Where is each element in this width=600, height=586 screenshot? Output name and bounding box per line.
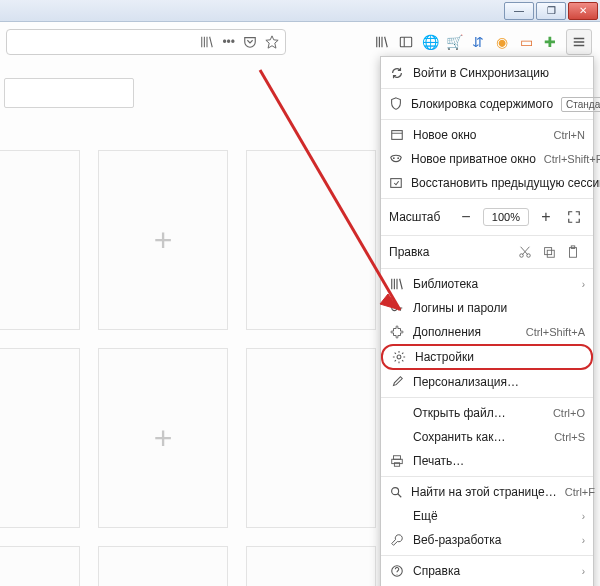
menu-sync[interactable]: Войти в Синхронизацию bbox=[381, 61, 593, 85]
zoom-in-button[interactable]: + bbox=[535, 206, 557, 228]
gear-icon bbox=[391, 350, 407, 364]
paste-button[interactable] bbox=[561, 245, 585, 259]
menu-new-window[interactable]: Новое окно Ctrl+N bbox=[381, 123, 593, 147]
svg-rect-15 bbox=[394, 456, 401, 460]
menu-shortcut: Ctrl+F bbox=[565, 486, 595, 498]
window-titlebar: — ❐ ✕ bbox=[0, 0, 600, 22]
toolbar-row: ••• 🌐 🛒 ⇵ ◉ ▭ ✚ bbox=[0, 26, 600, 58]
menu-label: Справка bbox=[413, 564, 574, 578]
menu-content-blocking[interactable]: Блокировка содержимого Стандартная bbox=[381, 92, 593, 116]
menu-library[interactable]: Библиотека › bbox=[381, 272, 593, 296]
menu-help[interactable]: Справка › bbox=[381, 559, 593, 583]
menu-label: Настройки bbox=[415, 350, 583, 364]
sync-icon bbox=[389, 66, 405, 80]
top-site-tile[interactable] bbox=[246, 348, 376, 528]
chevron-right-icon: › bbox=[582, 511, 585, 522]
top-site-tile[interactable]: + bbox=[98, 150, 228, 330]
menu-label: Блокировка содержимого bbox=[411, 97, 553, 111]
menu-save-as[interactable]: Сохранить как… Ctrl+S bbox=[381, 425, 593, 449]
window-minimize-button[interactable]: — bbox=[504, 2, 534, 20]
menu-label: Логины и пароли bbox=[413, 301, 585, 315]
menu-customize[interactable]: Персонализация… bbox=[381, 370, 593, 394]
puzzle-icon bbox=[389, 325, 405, 339]
menu-shortcut: Ctrl+O bbox=[553, 407, 585, 419]
menu-settings[interactable]: Настройки bbox=[381, 344, 593, 370]
menu-label: Открыть файл… bbox=[413, 406, 545, 420]
menu-private-window[interactable]: Новое приватное окно Ctrl+Shift+P bbox=[381, 147, 593, 171]
chevron-right-icon: › bbox=[582, 566, 585, 577]
menu-label: Библиотека bbox=[413, 277, 574, 291]
print-icon bbox=[389, 454, 405, 468]
window-close-button[interactable]: ✕ bbox=[568, 2, 598, 20]
page-actions-icon[interactable]: ••• bbox=[222, 35, 235, 49]
menu-label: Печать… bbox=[413, 454, 585, 468]
wrench-icon bbox=[389, 533, 405, 547]
svg-rect-6 bbox=[391, 179, 402, 188]
menu-label: Войти в Синхронизацию bbox=[413, 66, 585, 80]
ext-circle-icon[interactable]: ◉ bbox=[494, 34, 510, 50]
menu-label: Сохранить как… bbox=[413, 430, 546, 444]
search-input[interactable] bbox=[4, 78, 134, 108]
copy-button[interactable] bbox=[537, 245, 561, 259]
zoom-out-button[interactable]: − bbox=[455, 206, 477, 228]
svg-rect-11 bbox=[570, 248, 577, 258]
top-site-tile[interactable] bbox=[0, 546, 80, 586]
plus-icon: + bbox=[154, 222, 173, 259]
menu-label: Веб-разработка bbox=[413, 533, 574, 547]
menu-find[interactable]: Найти на этой странице… Ctrl+F bbox=[381, 480, 593, 504]
menu-restore-session[interactable]: Восстановить предыдущую сессию bbox=[381, 171, 593, 195]
menu-shortcut: Ctrl+S bbox=[554, 431, 585, 443]
menu-label: Новое приватное окно bbox=[411, 152, 536, 166]
svg-point-5 bbox=[397, 157, 399, 159]
menu-webdev[interactable]: Веб-разработка › bbox=[381, 528, 593, 552]
extension-icons: 🌐 🛒 ⇵ ◉ ▭ ✚ bbox=[374, 29, 594, 55]
menu-more[interactable]: Ещё › bbox=[381, 504, 593, 528]
library-icon bbox=[389, 277, 405, 291]
library-toolbar-icon[interactable] bbox=[374, 34, 390, 50]
address-bar[interactable]: ••• bbox=[6, 29, 286, 55]
top-site-tile[interactable] bbox=[0, 150, 80, 330]
menu-edit-row: Правка bbox=[381, 239, 593, 265]
menu-open-file[interactable]: Открыть файл… Ctrl+O bbox=[381, 401, 593, 425]
ext-rect-icon[interactable]: ▭ bbox=[518, 34, 534, 50]
app-menu-button[interactable] bbox=[566, 29, 592, 55]
svg-rect-2 bbox=[392, 131, 403, 140]
sidebar-toggle-icon[interactable] bbox=[398, 34, 414, 50]
menu-addons[interactable]: Дополнения Ctrl+Shift+A bbox=[381, 320, 593, 344]
mask-icon bbox=[389, 152, 403, 166]
library-icon[interactable] bbox=[200, 35, 214, 49]
svg-point-4 bbox=[393, 157, 395, 159]
top-site-tile[interactable] bbox=[98, 546, 228, 586]
search-area bbox=[4, 78, 134, 108]
menu-logins[interactable]: Логины и пароли bbox=[381, 296, 593, 320]
plus-icon: + bbox=[154, 420, 173, 457]
menu-label: Новое окно bbox=[413, 128, 546, 142]
hamburger-icon bbox=[572, 35, 586, 49]
ext-globe-icon[interactable]: 🌐 bbox=[422, 34, 438, 50]
key-icon bbox=[389, 301, 405, 315]
menu-label: Персонализация… bbox=[413, 375, 585, 389]
top-site-tile[interactable] bbox=[0, 348, 80, 528]
chevron-right-icon: › bbox=[582, 535, 585, 546]
svg-rect-0 bbox=[400, 37, 411, 47]
top-site-tile[interactable]: + bbox=[98, 348, 228, 528]
ext-cart-icon[interactable]: 🛒 bbox=[446, 34, 462, 50]
top-site-tile[interactable] bbox=[246, 546, 376, 586]
fullscreen-button[interactable] bbox=[563, 206, 585, 228]
chevron-right-icon: › bbox=[582, 279, 585, 290]
help-icon bbox=[389, 564, 405, 578]
top-site-tile[interactable] bbox=[246, 150, 376, 330]
window-icon bbox=[389, 128, 405, 142]
pocket-icon[interactable] bbox=[243, 35, 257, 49]
ext-plus-icon[interactable]: ✚ bbox=[542, 34, 558, 50]
cut-button[interactable] bbox=[513, 245, 537, 259]
svg-point-13 bbox=[392, 305, 397, 310]
bookmark-star-icon[interactable] bbox=[265, 35, 279, 49]
menu-zoom-row: Масштаб − 100% + bbox=[381, 202, 593, 232]
svg-rect-10 bbox=[547, 250, 554, 257]
window-maximize-button[interactable]: ❐ bbox=[536, 2, 566, 20]
menu-label: Найти на этой странице… bbox=[411, 485, 557, 499]
menu-print[interactable]: Печать… bbox=[381, 449, 593, 473]
menu-shortcut: Ctrl+N bbox=[554, 129, 585, 141]
ext-sync-icon[interactable]: ⇵ bbox=[470, 34, 486, 50]
